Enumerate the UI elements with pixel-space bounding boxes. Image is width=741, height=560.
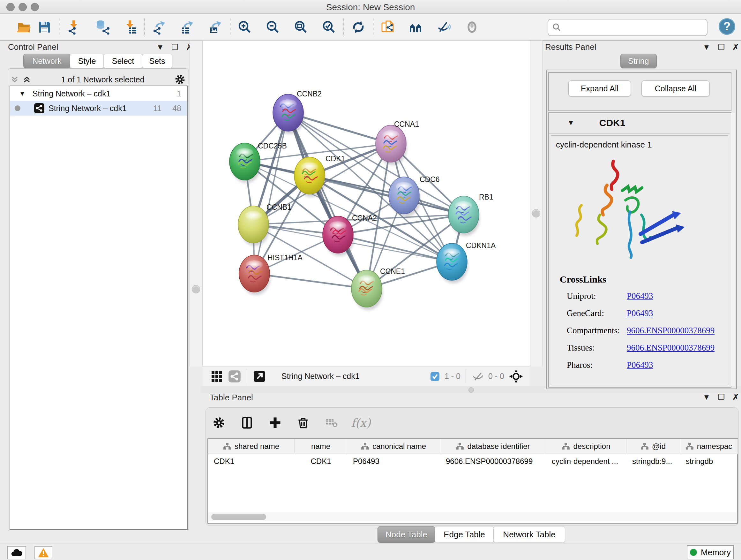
memory-label: Memory: [701, 548, 731, 557]
tab-style[interactable]: Style: [70, 54, 104, 68]
save-session-icon[interactable]: [37, 19, 52, 35]
tab-sets[interactable]: Sets: [142, 54, 172, 68]
node-label-RB1[interactable]: RB1: [479, 193, 493, 201]
node-label-CCNE1[interactable]: CCNE1: [380, 267, 405, 275]
import-table-icon[interactable]: [122, 19, 138, 35]
hidden-eye-icon[interactable]: [472, 370, 484, 382]
warning-status-button[interactable]: [35, 546, 52, 559]
zoom-fit-content-icon[interactable]: [293, 19, 309, 35]
table-cell[interactable]: stringdb: [680, 455, 738, 468]
crosslink-link[interactable]: 9606.ENSP00000378699: [627, 326, 715, 335]
share-network-icon[interactable]: [228, 370, 241, 383]
fit-selection-crosshair-icon[interactable]: [509, 369, 523, 384]
hide-graphics-details-icon[interactable]: [436, 19, 452, 35]
tab-network[interactable]: Network: [23, 54, 71, 68]
table-cell[interactable]: stringdb:9...: [626, 455, 680, 468]
table-hscrollbar[interactable]: [208, 512, 737, 521]
export-table-icon[interactable]: [179, 19, 195, 35]
open-session-icon[interactable]: [16, 19, 32, 35]
node-label-CCNB1[interactable]: CCNB1: [266, 203, 291, 211]
panel-collapse-icon[interactable]: ▼: [703, 44, 711, 51]
network-edges[interactable]: [245, 113, 464, 289]
left-splitter[interactable]: [190, 41, 203, 367]
column-header-description[interactable]: description: [546, 439, 626, 454]
zoom-in-icon[interactable]: [237, 19, 253, 35]
column-header-database-identifier[interactable]: database identifier: [440, 439, 546, 454]
crosslink-link[interactable]: 9606.ENSP00000378699: [627, 343, 715, 353]
table-cell[interactable]: cyclin-dependent ...: [546, 455, 626, 468]
node-label-HIST1H1A[interactable]: HIST1H1A: [267, 253, 303, 262]
cloud-status-button[interactable]: [7, 546, 26, 559]
node-label-CCNB2[interactable]: CCNB2: [297, 90, 322, 98]
search-input[interactable]: [564, 21, 707, 34]
node-label-CDKN1A[interactable]: CDKN1A: [466, 241, 496, 250]
node-label-CCNA1[interactable]: CCNA1: [394, 120, 419, 128]
export-image-icon[interactable]: [207, 19, 223, 35]
zoom-out-icon[interactable]: [265, 19, 281, 35]
gear-icon[interactable]: [174, 73, 186, 86]
tab-network-table[interactable]: Network Table: [493, 526, 565, 543]
right-splitter-handle[interactable]: [532, 209, 540, 217]
column-header-name[interactable]: name: [294, 439, 347, 454]
memory-button[interactable]: Memory: [687, 545, 734, 559]
delete-column-icon[interactable]: [295, 415, 312, 431]
column-header-@id[interactable]: @id: [626, 439, 680, 454]
node-label-CDC25B[interactable]: CDC25B: [258, 142, 287, 150]
tab-string[interactable]: String: [620, 54, 657, 68]
node-table[interactable]: shared namename canonical name database …: [207, 438, 738, 523]
network-collection-row[interactable]: ▼ String Network – cdk1 1: [10, 86, 187, 101]
table-cell[interactable]: CDK1: [294, 455, 347, 468]
tab-select[interactable]: Select: [104, 54, 143, 68]
panel-close-icon[interactable]: ✗: [732, 44, 739, 51]
tree-expand-icon[interactable]: ▼: [19, 90, 25, 98]
column-header-shared-name[interactable]: shared name: [208, 439, 294, 454]
panel-collapse-icon[interactable]: ▼: [703, 393, 711, 401]
first-neighbors-icon[interactable]: [408, 19, 424, 35]
node-label-CDK1[interactable]: CDK1: [326, 154, 345, 163]
add-column-icon[interactable]: [267, 415, 283, 431]
right-splitter[interactable]: [530, 41, 542, 367]
show-graphics-details-icon[interactable]: [464, 19, 480, 35]
network-canvas[interactable]: CCNB2CCNA1CDC25BCDK1CDC6RB1CCNB1CCNA2CDK…: [203, 41, 530, 367]
panel-collapse-icon[interactable]: ▼: [156, 44, 164, 51]
crosslink-link[interactable]: P06493: [627, 360, 653, 370]
import-network-database-icon[interactable]: [94, 19, 110, 35]
table-cell[interactable]: CDK1: [208, 455, 294, 468]
collapse-all-button[interactable]: Collapse All: [642, 80, 710, 97]
table-cell[interactable]: 9606.ENSP00000378699: [440, 455, 546, 468]
crosslink-link[interactable]: P06493: [627, 308, 653, 318]
tab-edge-table[interactable]: Edge Table: [434, 526, 494, 543]
show-columns-icon[interactable]: [239, 415, 255, 431]
table-settings-gear-icon[interactable]: [211, 415, 227, 431]
network-row[interactable]: String Network – cdk1 11 48: [10, 101, 187, 116]
search-box[interactable]: [548, 19, 708, 36]
column-header-namespac[interactable]: namespac: [680, 439, 738, 454]
panel-float-icon[interactable]: ❐: [718, 393, 725, 401]
crosslink-link[interactable]: P06493: [627, 291, 653, 301]
apply-preferred-layout-icon[interactable]: [350, 19, 366, 35]
results-scrollbar[interactable]: [731, 113, 735, 386]
panel-close-icon[interactable]: ✗: [732, 393, 739, 401]
birdseye-grid-icon[interactable]: [210, 370, 223, 383]
table-hscrollbar-thumb[interactable]: [211, 514, 266, 520]
left-splitter-handle[interactable]: [192, 285, 200, 294]
zoom-selected-icon[interactable]: [321, 19, 337, 35]
selected-checkbox-icon[interactable]: [430, 371, 440, 381]
open-in-window-icon[interactable]: [253, 370, 266, 383]
section-expand-icon[interactable]: ▼: [567, 119, 575, 127]
panel-float-icon[interactable]: ❐: [172, 44, 179, 51]
help-icon[interactable]: ?: [719, 18, 735, 35]
import-network-icon[interactable]: [66, 19, 82, 35]
node-label-CDC6[interactable]: CDC6: [420, 175, 440, 184]
panel-float-icon[interactable]: ❐: [718, 44, 725, 51]
node-label-CCNA2[interactable]: CCNA2: [352, 214, 377, 222]
table-cell[interactable]: P06493: [347, 455, 440, 468]
expand-all-button[interactable]: Expand All: [568, 80, 631, 97]
tab-node-table[interactable]: Node Table: [378, 526, 435, 543]
gene-section-header[interactable]: ▼ CDK1: [549, 113, 730, 133]
duplicate-network-icon[interactable]: [380, 19, 396, 35]
column-header-canonical-name[interactable]: canonical name: [347, 439, 440, 454]
collapse-all-icon[interactable]: [10, 75, 20, 84]
export-network-icon[interactable]: [151, 19, 167, 35]
expand-all-icon[interactable]: [22, 75, 32, 84]
